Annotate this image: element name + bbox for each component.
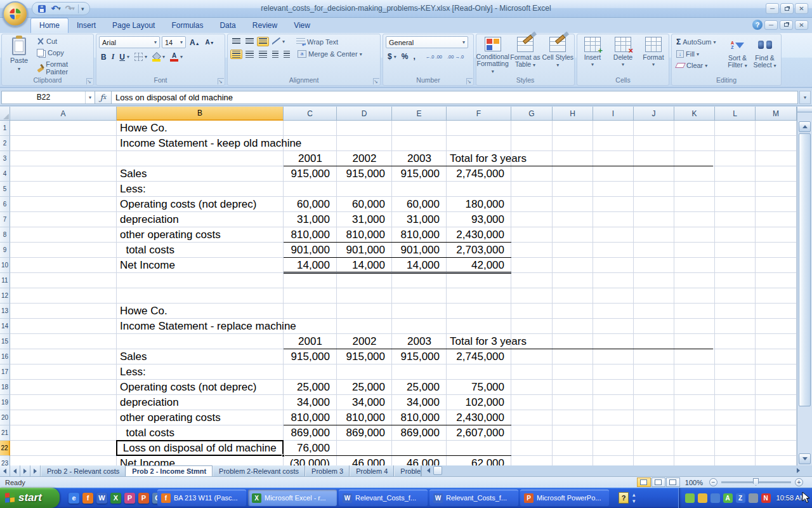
cell-D20[interactable]: 810,000 — [337, 410, 392, 425]
row-header-12[interactable]: 12 — [0, 288, 10, 304]
increase-indent-button[interactable] — [282, 50, 292, 59]
zoom-in-button[interactable]: + — [795, 478, 803, 486]
row-header-4[interactable]: 4 — [0, 166, 10, 182]
row-header-3[interactable]: 3 — [0, 151, 10, 166]
hscroll-left-button[interactable] — [423, 466, 433, 475]
row-header-17[interactable]: 17 — [0, 364, 10, 380]
shrink-font-button[interactable]: A▼ — [204, 36, 216, 48]
column-header-L[interactable]: L — [715, 107, 756, 121]
tray-messenger-icon[interactable] — [685, 493, 695, 503]
font-color-button[interactable]: A▾ — [168, 51, 185, 62]
cell-D10[interactable]: 14,000 — [337, 258, 392, 274]
cell-D6[interactable]: 60,000 — [337, 197, 392, 212]
task-button-firefox[interactable]: fBA 213 W11 (Pasc... — [157, 490, 246, 506]
quick-launch-internet-explorer-icon[interactable]: e — [69, 493, 79, 504]
cell-B5[interactable]: Less: — [117, 182, 383, 197]
column-header-M[interactable]: M — [756, 107, 797, 121]
row-header-8[interactable]: 8 — [0, 227, 10, 243]
fill-handle[interactable] — [282, 454, 285, 457]
cell-D22[interactable] — [337, 441, 392, 456]
row-header-10[interactable]: 10 — [0, 258, 10, 273]
row-header-18[interactable]: 18 — [0, 380, 10, 395]
sheet-tab-proble[interactable]: Proble — [394, 465, 421, 476]
copy-button[interactable]: Copy — [35, 48, 91, 58]
row-header-11[interactable]: 11 — [0, 273, 10, 288]
cell-E21[interactable]: 869,000 — [392, 425, 447, 441]
cell-D3[interactable]: 2002 — [337, 151, 392, 166]
cell-C19[interactable]: 34,000 — [284, 395, 337, 410]
align-right-button[interactable] — [257, 50, 269, 59]
horizontal-scrollbar[interactable] — [421, 465, 812, 476]
cell-B17[interactable]: Less: — [117, 364, 383, 380]
ribbon-tab-view[interactable]: View — [285, 18, 318, 33]
cell-C18[interactable]: 25,000 — [284, 380, 337, 395]
ribbon-tab-formulas[interactable]: Formulas — [163, 18, 211, 33]
scroll-down-button[interactable] — [799, 453, 811, 464]
formula-input[interactable]: Loss on disposal of old machine — [112, 91, 798, 104]
app-minimize-button[interactable]: ─ — [766, 3, 779, 14]
format-cells-button[interactable]: Format▾ — [638, 36, 669, 75]
cell-C15[interactable]: 2001 — [284, 334, 337, 349]
row-header-9[interactable]: 9 — [0, 243, 10, 258]
cell-E23[interactable]: 46,000 — [392, 456, 447, 465]
cell-B1[interactable]: Howe Co. — [117, 121, 383, 136]
cell-C23[interactable]: (30,000) — [284, 456, 337, 465]
cell-E22[interactable] — [392, 441, 447, 456]
workbook-close-button[interactable]: ✕ — [795, 20, 808, 30]
delete-cells-button[interactable]: × Delete▾ — [608, 36, 638, 75]
row-header-22[interactable]: 22 — [0, 441, 10, 456]
cell-G15[interactable] — [511, 334, 553, 349]
row-header-6[interactable]: 6 — [0, 197, 10, 212]
cell-C10[interactable]: 14,000 — [284, 258, 337, 274]
prev-sheet-button[interactable] — [10, 465, 20, 476]
office-button[interactable] — [3, 1, 28, 27]
cell-E16[interactable]: 915,000 — [392, 349, 447, 364]
scroll-up-button[interactable] — [799, 121, 811, 132]
column-header-D[interactable]: D — [337, 107, 392, 121]
workbook-restore-button[interactable] — [780, 20, 793, 30]
selected-cell-outline[interactable] — [116, 440, 284, 456]
row-header-23[interactable]: 23 — [0, 456, 10, 465]
cell-E9[interactable]: 901,000 — [392, 243, 447, 258]
align-top-button[interactable] — [230, 37, 242, 46]
expand-formula-bar-button[interactable]: ▾ — [799, 91, 811, 104]
row-header-20[interactable]: 20 — [0, 410, 10, 425]
row-header-21[interactable]: 21 — [0, 425, 10, 441]
cell-D15[interactable]: 2002 — [337, 334, 392, 349]
autosum-button[interactable]: ΣAutoSum▾ — [674, 36, 723, 48]
cell-E18[interactable]: 25,000 — [392, 380, 447, 395]
sheet-tab-problem-2-relevant-costs[interactable]: Problem 2-Relevant costs — [213, 465, 305, 476]
cell-G3[interactable] — [511, 151, 553, 166]
grow-font-button[interactable]: A▲ — [188, 36, 202, 48]
zoom-level[interactable]: 100% — [685, 479, 703, 486]
wrap-text-button[interactable]: Wrap Text — [294, 37, 340, 47]
vertical-scrollbar[interactable] — [797, 107, 812, 465]
borders-button[interactable]: ▾ — [133, 51, 149, 62]
cell-D21[interactable]: 869,000 — [337, 425, 392, 441]
cell-D7[interactable]: 31,000 — [337, 212, 392, 227]
cell-E20[interactable]: 810,000 — [392, 410, 447, 425]
row-header-5[interactable]: 5 — [0, 182, 10, 197]
sort-filter-button[interactable]: AZ Sort & Filter ▾ — [724, 36, 751, 69]
row-header-1[interactable]: 1 — [0, 121, 10, 136]
column-header-I[interactable]: I — [593, 107, 634, 121]
row-header-7[interactable]: 7 — [0, 212, 10, 227]
task-button-word[interactable]: WRelevant_Costs_f... — [339, 490, 428, 506]
help-button[interactable]: ? — [752, 20, 763, 30]
align-middle-button[interactable] — [244, 37, 256, 46]
cell-B14[interactable]: Income Statement - replace machine — [117, 319, 383, 334]
cell-C3[interactable]: 2001 — [284, 151, 337, 166]
last-sheet-button[interactable] — [30, 465, 41, 476]
cell-F4[interactable]: 2,745,000 — [447, 166, 511, 182]
cell-E10[interactable]: 14,000 — [392, 258, 447, 274]
orientation-button[interactable]: ▾ — [270, 36, 287, 47]
quick-launch-word-icon[interactable]: W — [96, 493, 107, 504]
cell-D9[interactable]: 901,000 — [337, 243, 392, 258]
quick-launch-firefox-icon[interactable]: f — [82, 493, 93, 504]
cell-F8[interactable]: 2,430,000 — [447, 227, 511, 243]
cell-F10[interactable]: 42,000 — [447, 258, 511, 274]
row-header-13[interactable]: 13 — [0, 304, 10, 319]
cell-F6[interactable]: 180,000 — [447, 197, 511, 212]
row-header-14[interactable]: 14 — [0, 319, 10, 334]
tray-system-tools-icon[interactable] — [710, 493, 720, 503]
